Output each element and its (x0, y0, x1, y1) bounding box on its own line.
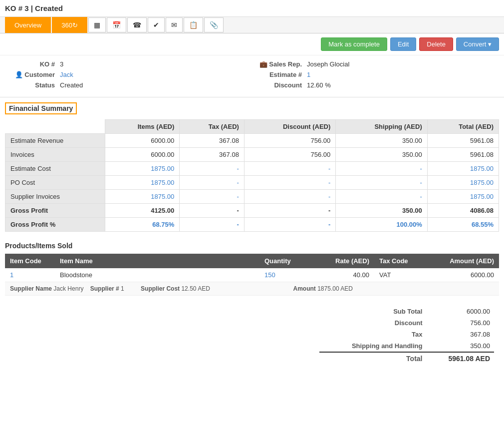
customer-row: 👤 Customer Jack (5, 71, 252, 78)
fin-row-cell: 350.00 (336, 134, 427, 148)
fin-row-cell: 1875.00 (105, 176, 180, 190)
supplier-info: Supplier Name Jack Henry Supplier # 1 Su… (5, 282, 499, 296)
fin-row-label: Supplier Invoices (5, 190, 105, 204)
page-title: KO # 3 | Created (5, 4, 63, 12)
tab-attachment-icon[interactable]: 📎 (204, 17, 224, 32)
customer-value: Jack (60, 71, 73, 78)
fin-row-cell: 100.00% (336, 218, 427, 232)
info-right: 💼 Sales Rep. Joseph Glocial Estimate # 1… (252, 60, 499, 92)
fin-row-cell: 1875.00 (105, 162, 180, 176)
grand-total-value: 5961.08 AED (426, 352, 494, 365)
totals-table: Sub Total 6000.00 Discount 756.00 Tax 36… (319, 306, 494, 365)
fin-col-discount: Discount (AED) (244, 120, 335, 134)
fin-row-cell: 4086.08 (427, 204, 499, 218)
convert-button[interactable]: Convert ▾ (456, 37, 499, 51)
subtotal-value: 6000.00 (426, 306, 494, 317)
estimate-label: Estimate # (252, 71, 302, 78)
tab-check-icon[interactable]: ✔ (148, 17, 165, 32)
ko-label: KO # (5, 60, 55, 68)
fin-row-cell: - (336, 162, 427, 176)
tab-email-icon[interactable]: ✉ (166, 17, 183, 32)
tab-grid-icon[interactable]: ▦ (88, 17, 106, 32)
mark-complete-button[interactable]: Mark as complete (321, 37, 387, 51)
estimate-row: Estimate # 1 (252, 71, 499, 78)
prod-rate: 40.00 (309, 268, 374, 282)
item-code-link[interactable]: 1 (10, 271, 13, 279)
customer-label: 👤 Customer (5, 71, 55, 78)
customer-link[interactable]: Jack (60, 71, 73, 78)
discount-total-value: 756.00 (426, 317, 494, 329)
fin-table-row: Gross Profit4125.00--350.004086.08 (5, 204, 499, 218)
fin-row-cell: - (244, 162, 335, 176)
discount-value: 12.60 % (307, 81, 331, 89)
page-header: KO # 3 | Created (0, 0, 504, 17)
fin-col-total: Total (AED) (427, 120, 499, 134)
prod-taxcode: VAT (374, 268, 434, 282)
grand-total-row: Total 5961.08 AED (319, 352, 494, 365)
fin-row-cell: 68.75% (105, 218, 180, 232)
fin-table-row: Invoices6000.00367.08756.00350.005961.08 (5, 148, 499, 162)
prod-code: 1 (5, 268, 55, 282)
sales-rep-label: 💼 Sales Rep. (252, 60, 302, 68)
prod-table-row: 1Bloodstone15040.00VAT6000.00 (5, 268, 499, 282)
fin-row-label: PO Cost (5, 176, 105, 190)
fin-table-row: Estimate Cost1875.00---1875.00 (5, 162, 499, 176)
fin-col-shipping: Shipping (AED) (336, 120, 427, 134)
action-bar: Mark as complete Edit Delete Convert ▾ (0, 33, 504, 55)
prod-col-qty: Quantity (259, 254, 309, 268)
fin-row-label: Estimate Revenue (5, 134, 105, 148)
tab-overview[interactable]: Overview (5, 17, 51, 33)
financial-summary-section: Financial Summary Items (AED) Tax (AED) … (0, 97, 504, 237)
fin-row-cell: - (244, 190, 335, 204)
supplier-row: Supplier Name Jack Henry Supplier # 1 Su… (5, 282, 499, 296)
ko-row: KO # 3 (5, 60, 252, 68)
financial-summary-title: Financial Summary (5, 102, 77, 114)
fin-row-cell: 1875.00 (427, 162, 499, 176)
estimate-link[interactable]: 1 (307, 71, 310, 78)
fin-row-cell: - (244, 176, 335, 190)
fin-row-label: Gross Profit % (5, 218, 105, 232)
tab-note-icon[interactable]: 📋 (184, 17, 203, 32)
fin-row-cell: 350.00 (336, 148, 427, 162)
products-table: Item Code Item Name Quantity Rate (AED) … (5, 254, 499, 296)
grand-total-label: Total (319, 352, 426, 365)
discount-total-row: Discount 756.00 (319, 317, 494, 329)
fin-row-cell: 6000.00 (105, 148, 180, 162)
fin-row-cell: 367.08 (180, 148, 245, 162)
fin-row-cell: 5961.08 (427, 148, 499, 162)
fin-table-row: Estimate Revenue6000.00367.08756.00350.0… (5, 134, 499, 148)
prod-name: Bloodstone (55, 268, 259, 282)
tax-total-row: Tax 367.08 (319, 329, 494, 340)
fin-row-cell: 756.00 (244, 148, 335, 162)
fin-row-cell: - (180, 176, 245, 190)
subtotal-row: Sub Total 6000.00 (319, 306, 494, 317)
tab-360[interactable]: 360↻ (52, 17, 87, 33)
fin-table-row: Gross Profit %68.75%--100.00%68.55% (5, 218, 499, 232)
tab-phone-icon[interactable]: ☎ (127, 17, 147, 32)
fin-row-cell: - (336, 176, 427, 190)
fin-row-label: Gross Profit (5, 204, 105, 218)
fin-row-cell: 1875.00 (105, 190, 180, 204)
fin-row-label: Invoices (5, 148, 105, 162)
fin-table-row: Supplier Invoices1875.00---1875.00 (5, 190, 499, 204)
fin-row-cell: - (244, 204, 335, 218)
fin-row-cell: 1875.00 (427, 176, 499, 190)
status-value: Created (60, 81, 83, 89)
fin-col-tax: Tax (AED) (180, 120, 245, 134)
sales-rep-icon: 💼 (259, 60, 267, 68)
discount-total-label: Discount (319, 317, 426, 329)
prod-col-tax: Tax Code (374, 254, 434, 268)
customer-icon: 👤 (15, 71, 23, 78)
fin-row-label: Estimate Cost (5, 162, 105, 176)
sales-rep-value: Joseph Glocial (307, 60, 349, 68)
shipping-total-value: 350.00 (426, 340, 494, 352)
fin-row-cell: - (180, 162, 245, 176)
delete-button[interactable]: Delete (419, 37, 453, 51)
prod-qty: 150 (259, 268, 309, 282)
discount-row: Discount 12.60 % (252, 81, 499, 89)
prod-col-code: Item Code (5, 254, 55, 268)
tab-calendar-icon[interactable]: 📅 (107, 17, 126, 32)
edit-button[interactable]: Edit (390, 37, 416, 51)
info-section: KO # 3 👤 Customer Jack Status Created 💼 … (0, 55, 504, 97)
fin-row-cell: 68.55% (427, 218, 499, 232)
